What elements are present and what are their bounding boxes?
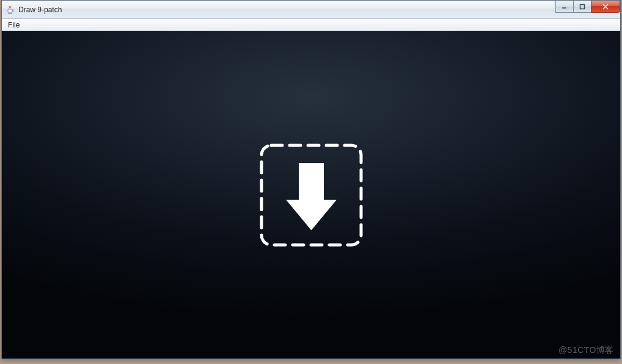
canvas-drop-area[interactable]: @51CTO博客 xyxy=(2,31,620,359)
java-cup-icon xyxy=(5,5,15,15)
menubar: File xyxy=(2,19,620,31)
drop-arrow-icon xyxy=(258,142,365,249)
minimize-button[interactable] xyxy=(555,1,574,13)
application-window: Draw 9-patch File @51CTO博 xyxy=(1,0,621,359)
maximize-button[interactable] xyxy=(573,1,591,13)
svg-rect-6 xyxy=(299,163,324,200)
svg-marker-7 xyxy=(286,200,337,230)
svg-rect-2 xyxy=(580,4,585,9)
watermark: @51CTO博客 xyxy=(558,345,614,356)
menu-file[interactable]: File xyxy=(4,20,23,31)
window-controls xyxy=(556,1,620,13)
close-button[interactable] xyxy=(591,1,620,13)
svg-point-0 xyxy=(8,13,13,14)
drop-target[interactable] xyxy=(258,142,365,249)
titlebar[interactable]: Draw 9-patch xyxy=(2,1,620,19)
window-title: Draw 9-patch xyxy=(18,5,618,14)
